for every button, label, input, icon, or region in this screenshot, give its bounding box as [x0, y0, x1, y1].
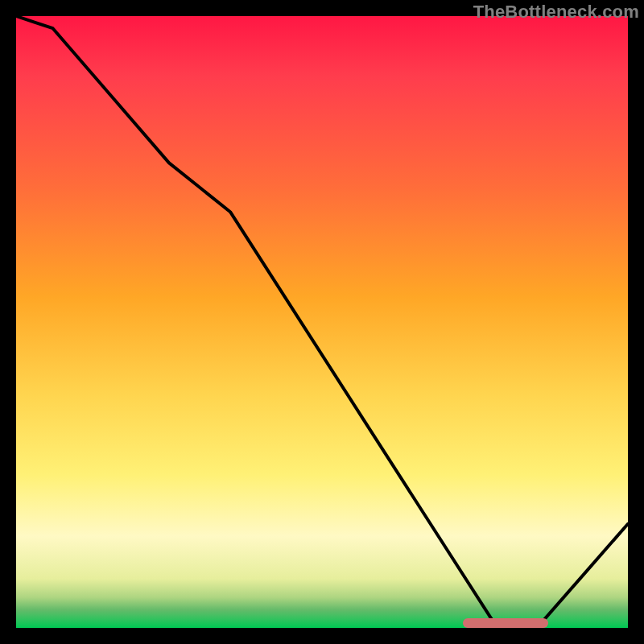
curve-path [16, 16, 628, 621]
bottleneck-curve [16, 16, 628, 628]
watermark: TheBottleneck.com [473, 2, 639, 23]
plot-area [16, 16, 628, 628]
optimal-range-marker [463, 618, 548, 628]
chart-canvas: TheBottleneck.com [0, 0, 644, 644]
